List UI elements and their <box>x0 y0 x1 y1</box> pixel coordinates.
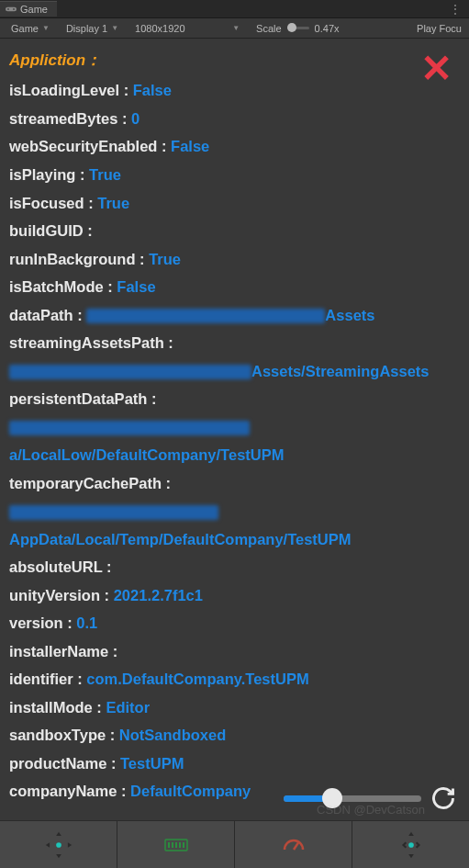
memory-icon <box>162 834 190 856</box>
property-value: False <box>171 138 209 154</box>
property-row: installMode : Editor <box>9 693 460 722</box>
property-row: persistentDataPath : <box>9 385 460 413</box>
property-value: TestUPM <box>120 755 184 772</box>
tab-label: Game <box>20 4 48 15</box>
svg-rect-8 <box>179 842 181 848</box>
redacted-segment <box>9 365 251 379</box>
property-value: False <box>117 278 155 295</box>
property-label: buildGUID : <box>9 222 93 239</box>
property-value: com.DefaultCompany.TestUPM <box>86 671 308 687</box>
tab-bar: Game ⋮ <box>0 0 469 18</box>
property-value: 0 <box>131 110 140 127</box>
chevron-down-icon: ▼ <box>232 24 240 32</box>
gauge-icon <box>280 831 307 859</box>
property-value: NotSandboxed <box>119 727 226 743</box>
property-label: installerName : <box>9 643 117 659</box>
svg-point-11 <box>408 842 414 848</box>
resolution-dropdown[interactable]: 1080x1920 ▼ <box>128 21 247 36</box>
game-tab[interactable]: Game <box>0 1 57 17</box>
property-row: productName : TestUPM <box>9 750 460 778</box>
transform-icon <box>396 829 427 861</box>
property-row: webSecurityEnabled : False <box>9 132 460 161</box>
watermark: CSDN @DevCatson <box>317 803 425 817</box>
redacted-segment <box>86 309 325 323</box>
move-tool-button[interactable] <box>0 821 117 868</box>
property-value: a/LocalLow/DefaultCompany/TestUPM <box>9 446 284 463</box>
property-value: True <box>97 195 129 211</box>
svg-line-10 <box>294 842 298 850</box>
property-label: temporaryCachePath : <box>9 475 171 491</box>
scale-thumb[interactable] <box>287 23 296 32</box>
property-label: persistentDataPath : <box>9 390 156 407</box>
tab-menu-icon[interactable]: ⋮ <box>441 2 469 17</box>
play-focused-toggle[interactable]: Play Focu <box>417 23 465 34</box>
property-label: installMode : <box>9 699 106 716</box>
property-label: absoluteURL : <box>9 558 112 575</box>
property-label: identifier : <box>9 671 86 687</box>
chevron-down-icon: ▼ <box>42 24 50 32</box>
property-row: isBatchMode : False <box>9 273 460 301</box>
property-label: unityVersion : <box>9 587 114 603</box>
move-icon <box>43 829 74 861</box>
toolbar: Game ▼ Display 1 ▼ 1080x1920 ▼ Scale 0.4… <box>0 18 469 39</box>
property-label: dataPath : <box>9 307 86 323</box>
property-label: isBatchMode : <box>9 278 117 295</box>
svg-point-2 <box>13 8 15 10</box>
refresh-icon[interactable] <box>430 785 456 811</box>
property-row: streamingAssetsPath : <box>9 329 460 357</box>
svg-point-3 <box>56 842 61 848</box>
section-title: Appliction： <box>9 46 460 74</box>
property-value: DefaultCompany <box>130 783 251 799</box>
view-dropdown[interactable]: Game ▼ <box>4 21 57 36</box>
property-row: Assets/StreamingAssets <box>9 357 460 386</box>
chevron-down-icon: ▼ <box>111 24 118 32</box>
display-dropdown[interactable]: Display 1 ▼ <box>59 21 126 36</box>
property-label: version : <box>9 614 76 631</box>
property-row: isPlaying : True <box>9 161 460 189</box>
property-value: Editor <box>106 699 150 716</box>
property-label: streamingAssetsPath : <box>9 334 173 351</box>
slider[interactable] <box>284 795 421 802</box>
redacted-segment <box>9 505 218 520</box>
property-row: buildGUID : <box>9 217 460 245</box>
svg-rect-0 <box>6 7 17 12</box>
scale-slider[interactable] <box>287 27 309 29</box>
svg-point-1 <box>7 8 9 10</box>
property-label: productName : <box>9 755 120 772</box>
property-value: 0.1 <box>76 614 97 631</box>
debug-panel: Appliction： ✕ isLoadingLevel : Falsestre… <box>0 39 469 810</box>
svg-rect-9 <box>183 842 184 848</box>
close-icon[interactable]: ✕ <box>420 50 452 88</box>
property-value: True <box>89 166 121 183</box>
property-label: runInBackground : <box>9 251 149 267</box>
redacted-segment <box>9 421 250 435</box>
property-row: dataPath : Assets <box>9 301 460 330</box>
svg-rect-6 <box>172 842 173 848</box>
property-row: isFocused : True <box>9 189 460 218</box>
property-row: version : 0.1 <box>9 609 460 637</box>
property-row: temporaryCachePath : <box>9 469 460 498</box>
property-row: AppData/Local/Temp/DefaultCompany/TestUP… <box>9 497 460 553</box>
property-row: a/LocalLow/DefaultCompany/TestUPM <box>9 413 460 469</box>
svg-rect-5 <box>168 842 170 848</box>
property-row: identifier : com.DefaultCompany.TestUPM <box>9 665 460 693</box>
property-row: sandboxType : NotSandboxed <box>9 721 460 750</box>
property-value: Assets <box>325 307 374 323</box>
svg-rect-7 <box>175 842 177 848</box>
property-label: webSecurityEnabled : <box>9 138 171 154</box>
bottom-toolbar <box>0 820 469 868</box>
property-row: isLoadingLevel : False <box>9 76 460 105</box>
property-row: absoluteURL : <box>9 553 460 581</box>
property-label: isFocused : <box>9 195 97 211</box>
property-list: isLoadingLevel : FalsestreamedBytes : 0w… <box>9 76 460 810</box>
property-value: AppData/Local/Temp/DefaultCompany/TestUP… <box>9 531 352 547</box>
memory-tool-button[interactable] <box>117 821 235 868</box>
property-row: streamedBytes : 0 <box>9 105 460 133</box>
property-row: runInBackground : True <box>9 245 460 274</box>
property-label: isLoadingLevel : <box>9 82 133 98</box>
game-tab-icon <box>6 6 17 13</box>
property-value: Assets/StreamingAssets <box>251 363 430 379</box>
property-label: companyName : <box>9 783 130 799</box>
transform-tool-button[interactable] <box>352 821 469 868</box>
profiler-tool-button[interactable] <box>235 821 352 868</box>
